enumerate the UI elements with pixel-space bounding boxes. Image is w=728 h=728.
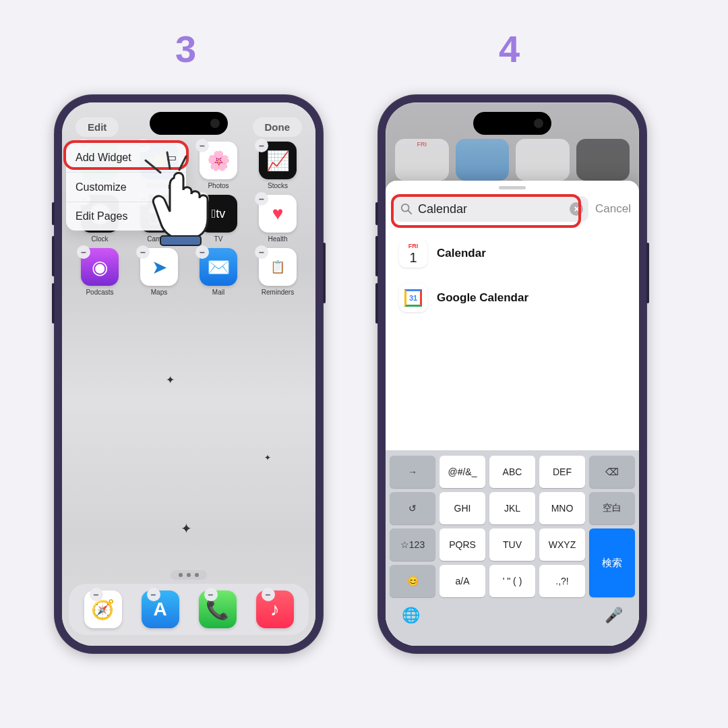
tutorial-highlight-add-widget [63,140,189,170]
key-case[interactable]: a/A [439,565,485,597]
dynamic-island [150,112,228,135]
app-appstore[interactable]: –A [142,590,179,628]
key-tuv[interactable]: TUV [489,528,535,561]
key-mno[interactable]: MNO [539,492,585,524]
sparkle-icon: ✦ [166,373,175,386]
mic-icon[interactable]: 🎤 [605,607,623,624]
sparkle-icon: ✦ [181,520,192,537]
key-abc[interactable]: ABC [489,456,535,488]
remove-icon[interactable]: – [262,588,275,601]
remove-icon[interactable]: – [255,245,268,259]
app-health[interactable]: –♥Health [249,195,306,243]
app-stocks[interactable]: –📈Stocks [249,142,306,189]
key-wxyz[interactable]: WXYZ [539,528,585,561]
app-tv[interactable]: –tvTV [190,195,247,243]
remove-icon[interactable]: – [195,139,209,152]
app-photos[interactable]: –🌸Photos [190,142,247,189]
remove-icon[interactable]: – [195,192,209,206]
step-number-4: 4 [499,27,520,71]
key-symbols[interactable]: @#/&_ [439,456,485,488]
phone-mockup-4: FRI Calendar ✕ Cancel FRI 1 [377,94,647,654]
key-pqrs[interactable]: PQRS [439,528,485,561]
tutorial-highlight-search [391,194,581,228]
remove-icon[interactable]: – [77,245,90,259]
app-phone[interactable]: –📞 [199,590,237,628]
widget-search-sheet: Calendar ✕ Cancel FRI 1 Calendar 31 [386,181,639,646]
app-mail[interactable]: –✉️Mail [190,248,247,296]
done-button[interactable]: Done [253,117,303,137]
remove-icon[interactable]: – [90,588,103,601]
edit-button[interactable]: Edit [75,117,119,137]
app-podcasts[interactable]: –◉Podcasts [71,248,128,296]
key-jkl[interactable]: JKL [489,492,535,524]
result-calendar[interactable]: FRI 1 Calendar [386,231,639,276]
step-number-3: 3 [175,27,196,71]
dock: –🧭 –A –📞 –♪ [69,584,309,635]
dynamic-island [473,112,551,135]
app-maps[interactable]: –➤Maps [131,248,187,296]
remove-icon[interactable]: – [147,588,160,601]
globe-icon[interactable]: 🌐 [402,607,420,624]
result-label: Google Calendar [437,291,528,305]
key-punct[interactable]: .,?! [539,565,585,597]
page-indicator[interactable] [171,570,207,580]
customize-icon: ⚙ [167,181,177,193]
app-reminders[interactable]: –📋Reminders [249,248,306,296]
sheet-drag-handle[interactable] [499,186,526,189]
key-backspace[interactable]: ⌫ [589,456,635,488]
app-music[interactable]: –♪ [256,590,294,628]
key-ghi[interactable]: GHI [439,492,485,524]
key-space[interactable]: 空白 [589,492,635,524]
calendar-app-icon: FRI 1 [399,239,427,268]
google-calendar-icon: 31 [399,284,427,312]
key-123[interactable]: ☆123 [390,528,435,561]
key-next[interactable]: → [390,456,435,488]
phone-mockup-3: ✦ ✦ ✦ Edit Done –📹FaceTime –☀️Weather –🌸… [54,94,324,654]
remove-icon[interactable]: – [195,245,209,259]
remove-icon[interactable]: – [255,192,268,206]
menu-label: Customize [75,181,127,193]
app-safari[interactable]: –🧭 [84,590,122,628]
result-google-calendar[interactable]: 31 Google Calendar [386,276,639,320]
keyboard: → @#/&_ ABC DEF ⌫ ↺ GHI JKL MNO 空白 ☆123 … [386,450,639,646]
menu-edit-pages[interactable]: Edit Pages [66,202,186,231]
key-quotes[interactable]: ' " ( ) [489,565,535,597]
sparkle-icon: ✦ [264,453,271,462]
menu-customize[interactable]: Customize ⚙ [66,173,186,202]
key-emoji[interactable]: 😊 [390,565,435,597]
remove-icon[interactable]: – [136,245,150,259]
key-undo[interactable]: ↺ [390,492,435,524]
remove-icon[interactable]: – [204,588,218,601]
cancel-button[interactable]: Cancel [595,202,631,216]
remove-icon[interactable]: – [255,139,268,152]
menu-label: Edit Pages [75,210,127,222]
search-results: FRI 1 Calendar 31 Google Calendar [386,229,639,323]
key-def[interactable]: DEF [539,456,585,488]
result-label: Calendar [437,247,486,260]
